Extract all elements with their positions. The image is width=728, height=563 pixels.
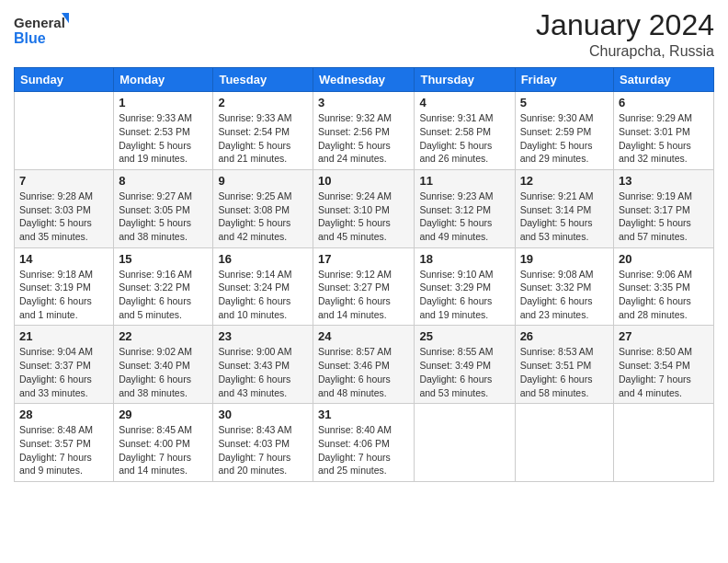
title-block: January 2024 Churapcha, Russia: [536, 9, 714, 60]
day-number: 17: [318, 252, 409, 266]
calendar-cell: 6Sunrise: 9:29 AM Sunset: 3:01 PM Daylig…: [614, 92, 714, 170]
day-number: 25: [419, 329, 509, 343]
calendar-cell: 22Sunrise: 9:02 AM Sunset: 3:40 PM Dayli…: [114, 326, 213, 404]
day-info: Sunrise: 9:28 AM Sunset: 3:03 PM Dayligh…: [19, 190, 108, 244]
calendar-cell: 24Sunrise: 8:57 AM Sunset: 3:46 PM Dayli…: [313, 326, 415, 404]
weekday-header-monday: Monday: [114, 68, 213, 92]
day-info: Sunrise: 8:55 AM Sunset: 3:49 PM Dayligh…: [419, 345, 509, 399]
logo-svg: General Blue: [14, 9, 69, 48]
weekday-header-tuesday: Tuesday: [213, 68, 313, 92]
day-number: 11: [419, 174, 509, 188]
day-number: 24: [318, 329, 409, 343]
calendar-cell: 2Sunrise: 9:33 AM Sunset: 2:54 PM Daylig…: [213, 92, 313, 170]
day-info: Sunrise: 8:45 AM Sunset: 4:00 PM Dayligh…: [119, 423, 208, 477]
calendar-cell: 18Sunrise: 9:10 AM Sunset: 3:29 PM Dayli…: [415, 247, 515, 326]
calendar-cell: [15, 92, 114, 170]
calendar-cell: 1Sunrise: 9:33 AM Sunset: 2:53 PM Daylig…: [114, 92, 213, 170]
day-number: 31: [318, 408, 409, 421]
svg-text:Blue: Blue: [14, 30, 46, 46]
week-row-5: 28Sunrise: 8:48 AM Sunset: 3:57 PM Dayli…: [15, 404, 714, 482]
day-number: 7: [19, 174, 108, 188]
day-info: Sunrise: 9:00 AM Sunset: 3:43 PM Dayligh…: [218, 345, 308, 399]
calendar-cell: 3Sunrise: 9:32 AM Sunset: 2:56 PM Daylig…: [313, 92, 415, 170]
header: General Blue January 2024 Churapcha, Rus…: [14, 9, 714, 60]
calendar-cell: 7Sunrise: 9:28 AM Sunset: 3:03 PM Daylig…: [15, 169, 114, 247]
day-number: 10: [318, 174, 409, 188]
day-number: 9: [218, 174, 308, 188]
day-number: 22: [119, 329, 208, 343]
calendar-cell: 13Sunrise: 9:19 AM Sunset: 3:17 PM Dayli…: [614, 169, 714, 247]
day-info: Sunrise: 9:02 AM Sunset: 3:40 PM Dayligh…: [119, 345, 208, 399]
day-info: Sunrise: 9:30 AM Sunset: 2:59 PM Dayligh…: [520, 111, 609, 166]
calendar-cell: 31Sunrise: 8:40 AM Sunset: 4:06 PM Dayli…: [313, 404, 415, 482]
day-number: 29: [119, 408, 208, 421]
day-number: 27: [619, 329, 709, 343]
day-number: 26: [520, 329, 609, 343]
day-number: 20: [619, 252, 709, 266]
calendar-cell: 9Sunrise: 9:25 AM Sunset: 3:08 PM Daylig…: [213, 169, 313, 247]
day-info: Sunrise: 9:25 AM Sunset: 3:08 PM Dayligh…: [218, 190, 308, 244]
day-number: 12: [520, 174, 609, 188]
calendar-cell: 23Sunrise: 9:00 AM Sunset: 3:43 PM Dayli…: [213, 326, 313, 404]
day-info: Sunrise: 8:48 AM Sunset: 3:57 PM Dayligh…: [19, 423, 108, 477]
day-info: Sunrise: 9:24 AM Sunset: 3:10 PM Dayligh…: [318, 190, 409, 244]
calendar-cell: [515, 404, 613, 482]
weekday-header-saturday: Saturday: [614, 68, 714, 92]
calendar-cell: 17Sunrise: 9:12 AM Sunset: 3:27 PM Dayli…: [313, 247, 415, 326]
calendar-cell: 8Sunrise: 9:27 AM Sunset: 3:05 PM Daylig…: [114, 169, 213, 247]
calendar-cell: 15Sunrise: 9:16 AM Sunset: 3:22 PM Dayli…: [114, 247, 213, 326]
day-info: Sunrise: 9:31 AM Sunset: 2:58 PM Dayligh…: [419, 111, 509, 166]
weekday-header-row: SundayMondayTuesdayWednesdayThursdayFrid…: [15, 68, 714, 92]
logo: General Blue: [14, 9, 69, 48]
day-info: Sunrise: 9:21 AM Sunset: 3:14 PM Dayligh…: [520, 190, 609, 244]
day-info: Sunrise: 9:23 AM Sunset: 3:12 PM Dayligh…: [419, 190, 509, 244]
day-number: 3: [318, 96, 409, 109]
day-number: 30: [218, 408, 308, 421]
day-info: Sunrise: 9:27 AM Sunset: 3:05 PM Dayligh…: [119, 190, 208, 244]
calendar-cell: 4Sunrise: 9:31 AM Sunset: 2:58 PM Daylig…: [415, 92, 515, 170]
svg-text:General: General: [14, 15, 65, 30]
day-info: Sunrise: 9:14 AM Sunset: 3:24 PM Dayligh…: [218, 268, 308, 322]
day-info: Sunrise: 9:29 AM Sunset: 3:01 PM Dayligh…: [619, 111, 709, 166]
day-number: 2: [218, 96, 308, 109]
day-number: 5: [520, 96, 609, 109]
day-info: Sunrise: 9:08 AM Sunset: 3:32 PM Dayligh…: [520, 268, 609, 322]
day-number: 19: [520, 252, 609, 266]
calendar-cell: 10Sunrise: 9:24 AM Sunset: 3:10 PM Dayli…: [313, 169, 415, 247]
weekday-header-wednesday: Wednesday: [313, 68, 415, 92]
week-row-3: 14Sunrise: 9:18 AM Sunset: 3:19 PM Dayli…: [15, 247, 714, 326]
calendar-cell: 5Sunrise: 9:30 AM Sunset: 2:59 PM Daylig…: [515, 92, 613, 170]
day-info: Sunrise: 9:04 AM Sunset: 3:37 PM Dayligh…: [19, 345, 108, 399]
day-number: 13: [619, 174, 709, 188]
day-number: 16: [218, 252, 308, 266]
calendar-cell: 20Sunrise: 9:06 AM Sunset: 3:35 PM Dayli…: [614, 247, 714, 326]
calendar-cell: 14Sunrise: 9:18 AM Sunset: 3:19 PM Dayli…: [15, 247, 114, 326]
page: General Blue January 2024 Churapcha, Rus…: [0, 0, 728, 563]
week-row-1: 1Sunrise: 9:33 AM Sunset: 2:53 PM Daylig…: [15, 92, 714, 170]
weekday-header-sunday: Sunday: [15, 68, 114, 92]
day-number: 18: [419, 252, 509, 266]
day-number: 6: [619, 96, 709, 109]
calendar-cell: [415, 404, 515, 482]
day-info: Sunrise: 9:12 AM Sunset: 3:27 PM Dayligh…: [318, 268, 409, 322]
day-info: Sunrise: 8:57 AM Sunset: 3:46 PM Dayligh…: [318, 345, 409, 399]
calendar-cell: 26Sunrise: 8:53 AM Sunset: 3:51 PM Dayli…: [515, 326, 613, 404]
calendar-cell: 29Sunrise: 8:45 AM Sunset: 4:00 PM Dayli…: [114, 404, 213, 482]
day-info: Sunrise: 8:53 AM Sunset: 3:51 PM Dayligh…: [520, 345, 609, 399]
day-number: 14: [19, 252, 108, 266]
month-year: January 2024: [536, 9, 714, 41]
calendar-cell: 27Sunrise: 8:50 AM Sunset: 3:54 PM Dayli…: [614, 326, 714, 404]
day-info: Sunrise: 9:33 AM Sunset: 2:53 PM Dayligh…: [119, 111, 208, 166]
weekday-header-thursday: Thursday: [415, 68, 515, 92]
day-info: Sunrise: 9:18 AM Sunset: 3:19 PM Dayligh…: [19, 268, 108, 322]
day-info: Sunrise: 8:40 AM Sunset: 4:06 PM Dayligh…: [318, 423, 409, 477]
day-number: 28: [19, 408, 108, 421]
calendar-body: 1Sunrise: 9:33 AM Sunset: 2:53 PM Daylig…: [15, 92, 714, 482]
location: Churapcha, Russia: [536, 43, 714, 60]
day-number: 8: [119, 174, 208, 188]
calendar-cell: 19Sunrise: 9:08 AM Sunset: 3:32 PM Dayli…: [515, 247, 613, 326]
calendar: SundayMondayTuesdayWednesdayThursdayFrid…: [14, 67, 714, 482]
day-info: Sunrise: 8:50 AM Sunset: 3:54 PM Dayligh…: [619, 345, 709, 399]
day-info: Sunrise: 8:43 AM Sunset: 4:03 PM Dayligh…: [218, 423, 308, 477]
week-row-2: 7Sunrise: 9:28 AM Sunset: 3:03 PM Daylig…: [15, 169, 714, 247]
